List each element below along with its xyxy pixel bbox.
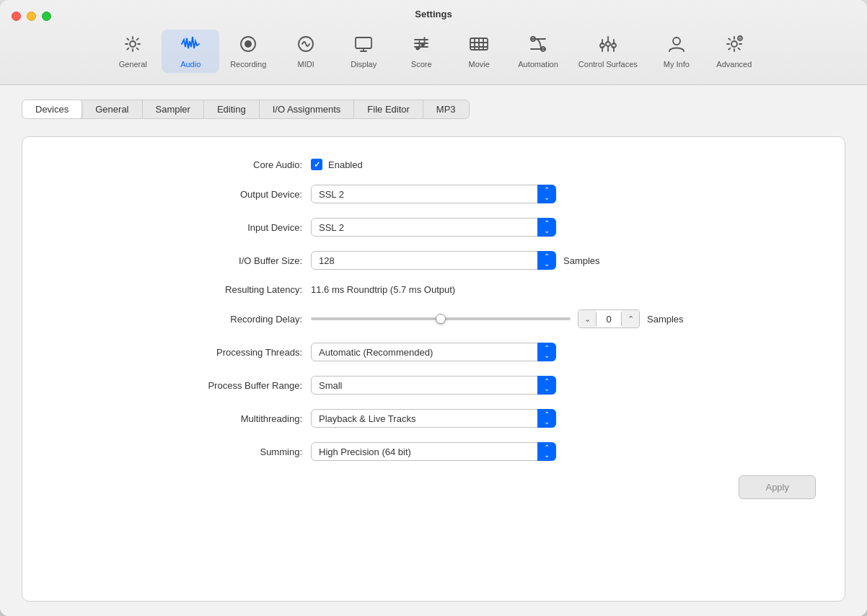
core-audio-field: ✓ Enabled — [311, 159, 715, 170]
latency-field: 11.6 ms Roundtrip (5.7 ms Output) — [311, 284, 715, 295]
traffic-lights — [12, 12, 51, 21]
toolbar-automation-label: Automation — [518, 60, 558, 69]
core-audio-checkbox-container: ✓ Enabled — [311, 159, 363, 170]
apply-button[interactable]: Apply — [739, 475, 816, 499]
toolbar-item-general[interactable]: General — [104, 30, 162, 73]
toolbar-item-audio[interactable]: Audio — [162, 30, 219, 73]
recording-delay-slider-container — [311, 317, 571, 320]
subtabs: Devices General Sampler Editing I/O Assi… — [22, 100, 470, 119]
svg-rect-4 — [356, 38, 371, 48]
stepper-down-button[interactable]: ⌄ — [578, 310, 596, 327]
minimize-button[interactable] — [27, 12, 36, 21]
toolbar-item-advanced[interactable]: Advanced — [705, 30, 763, 73]
core-audio-label: Core Audio: — [152, 159, 311, 170]
toolbar-control-surfaces-label: Control Surfaces — [578, 60, 638, 69]
io-buffer-select-wrapper: 128 — [311, 251, 556, 270]
subtab-io-assignments[interactable]: I/O Assignments — [260, 100, 355, 118]
multithreading-field: Playback & Live Tracks — [311, 409, 715, 428]
multithreading-select-wrapper: Playback & Live Tracks — [311, 409, 556, 428]
summing-field: High Precision (64 bit) — [311, 442, 715, 461]
titlebar: Settings General — [0, 0, 867, 85]
toolbar-item-movie[interactable]: Movie — [450, 30, 508, 73]
core-audio-checkbox[interactable]: ✓ — [311, 159, 322, 170]
recording-delay-value: 0 — [596, 312, 622, 326]
output-device-label: Output Device: — [152, 189, 311, 200]
latency-label: Resulting Latency: — [152, 284, 311, 295]
process-buffer-select-wrapper: Small — [311, 376, 556, 395]
control-surfaces-icon — [598, 34, 618, 57]
process-buffer-select[interactable]: Small — [311, 376, 556, 395]
input-device-label: Input Device: — [152, 222, 311, 233]
stepper-up-button[interactable]: ⌃ — [622, 310, 639, 327]
input-device-select[interactable]: SSL 2 — [311, 218, 556, 237]
core-audio-value: Enabled — [328, 159, 363, 170]
subtab-sampler[interactable]: Sampler — [143, 100, 204, 118]
toolbar-item-display[interactable]: Display — [335, 30, 392, 73]
toolbar-item-recording[interactable]: Recording — [219, 30, 277, 73]
subtab-file-editor[interactable]: File Editor — [354, 100, 423, 118]
settings-window: Settings General — [0, 0, 867, 616]
output-device-field: SSL 2 — [311, 185, 715, 203]
multithreading-select[interactable]: Playback & Live Tracks — [311, 409, 556, 428]
toolbar-item-control-surfaces[interactable]: Control Surfaces — [568, 30, 648, 73]
input-device-select-wrapper: SSL 2 — [311, 218, 556, 237]
processing-threads-label: Processing Threads: — [152, 347, 311, 358]
button-row: Apply — [51, 461, 816, 499]
svg-point-30 — [606, 42, 610, 46]
toolbar-score-label: Score — [411, 60, 432, 69]
svg-point-33 — [673, 38, 680, 45]
io-buffer-select[interactable]: 128 — [311, 251, 556, 270]
process-buffer-label: Process Buffer Range: — [152, 380, 311, 391]
waveform-icon — [180, 34, 201, 57]
toolbar-display-label: Display — [351, 60, 377, 69]
movie-icon — [469, 34, 489, 57]
summing-select[interactable]: High Precision (64 bit) — [311, 442, 556, 461]
main-content: Devices General Sampler Editing I/O Assi… — [0, 85, 867, 616]
score-icon — [411, 34, 431, 57]
toolbar-recording-label: Recording — [230, 60, 266, 69]
recording-delay-label: Recording Delay: — [152, 314, 311, 325]
toolbar-my-info-label: My Info — [664, 60, 690, 69]
toolbar-item-my-info[interactable]: My Info — [648, 30, 705, 73]
summing-label: Summing: — [152, 446, 311, 457]
io-buffer-label: I/O Buffer Size: — [152, 255, 311, 266]
summing-select-wrapper: High Precision (64 bit) — [311, 442, 556, 461]
close-button[interactable] — [12, 12, 21, 21]
processing-threads-field: Automatic (Recommended) — [311, 343, 715, 361]
toolbar-item-midi[interactable]: MIDI — [277, 30, 335, 73]
toolbar-advanced-label: Advanced — [716, 60, 752, 69]
output-device-select[interactable]: SSL 2 — [311, 185, 556, 203]
process-buffer-field: Small — [311, 376, 715, 395]
toolbar-item-automation[interactable]: Automation — [508, 30, 568, 73]
maximize-button[interactable] — [42, 12, 51, 21]
subtab-mp3[interactable]: MP3 — [423, 100, 469, 118]
recording-delay-slider[interactable] — [311, 317, 571, 320]
input-device-field: SSL 2 — [311, 218, 715, 237]
subtab-devices[interactable]: Devices — [22, 100, 82, 118]
settings-panel: Core Audio: ✓ Enabled Output Device: SSL… — [22, 136, 845, 602]
recording-delay-field: ⌄ 0 ⌃ Samples — [311, 309, 715, 328]
processing-threads-select[interactable]: Automatic (Recommended) — [311, 343, 556, 361]
svg-point-34 — [731, 41, 737, 47]
subtab-editing[interactable]: Editing — [204, 100, 260, 118]
io-buffer-unit: Samples — [563, 255, 600, 266]
output-device-select-wrapper: SSL 2 — [311, 185, 556, 203]
checkmark-icon: ✓ — [314, 160, 320, 170]
toolbar-audio-label: Audio — [180, 60, 201, 69]
toolbar-general-label: General — [119, 60, 147, 69]
io-buffer-field: 128 Samples — [311, 251, 715, 270]
toolbar-movie-label: Movie — [469, 60, 490, 69]
subtab-general[interactable]: General — [82, 100, 142, 118]
toolbar: General Audio Recordi — [104, 27, 763, 79]
window-title: Settings — [415, 9, 452, 19]
multithreading-label: Multithreading: — [152, 413, 311, 424]
processing-threads-select-wrapper: Automatic (Recommended) — [311, 343, 556, 361]
toolbar-item-score[interactable]: Score — [392, 30, 450, 73]
my-info-icon — [666, 34, 687, 57]
toolbar-midi-label: MIDI — [298, 60, 314, 69]
display-icon — [353, 34, 374, 57]
latency-value: 11.6 ms Roundtrip (5.7 ms Output) — [311, 284, 455, 295]
automation-icon — [528, 34, 548, 57]
midi-icon — [296, 34, 316, 57]
recording-icon — [238, 34, 258, 57]
